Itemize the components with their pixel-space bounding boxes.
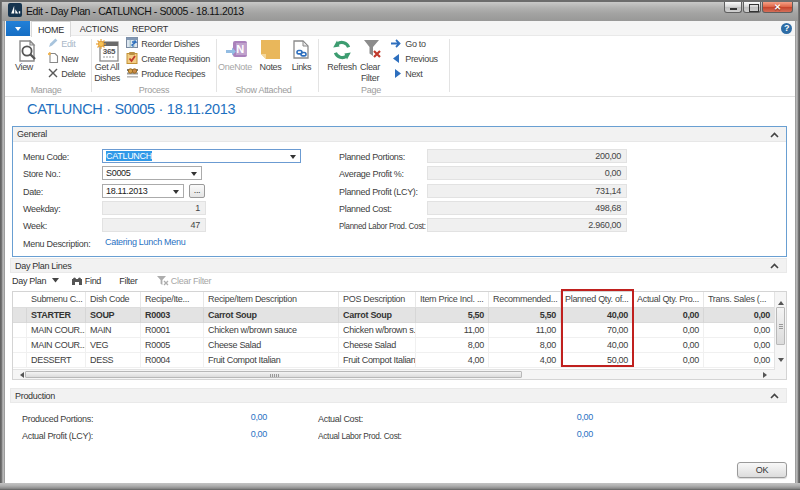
- svg-text:365: 365: [103, 47, 116, 56]
- svg-text:N: N: [236, 43, 244, 55]
